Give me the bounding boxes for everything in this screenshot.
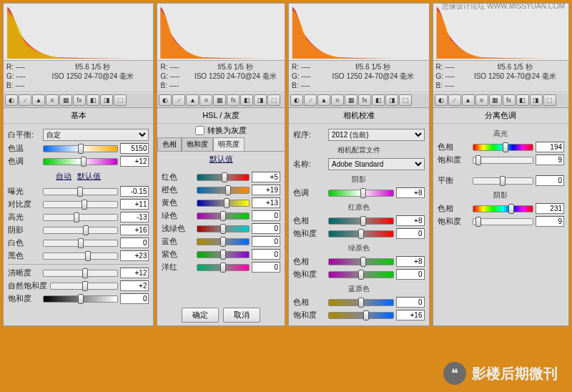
tool-icon[interactable]: ◨ bbox=[530, 94, 543, 106]
tint-slider[interactable] bbox=[43, 158, 118, 165]
process-select[interactable]: 2012 (当前) bbox=[328, 129, 425, 141]
white-value[interactable]: 0 bbox=[120, 237, 149, 248]
histogram[interactable] bbox=[4, 4, 153, 61]
tool-icon[interactable]: ⬚ bbox=[267, 94, 280, 106]
b-sat-value[interactable]: +16 bbox=[396, 310, 425, 320]
tool-icon[interactable]: ⟋ bbox=[448, 94, 461, 106]
black-value[interactable]: +23 bbox=[120, 250, 149, 261]
tool-icon[interactable]: ⬚ bbox=[543, 94, 556, 106]
tool-8-icon[interactable]: ◨ bbox=[100, 94, 113, 106]
tab-sat[interactable]: 饱和度 bbox=[182, 137, 213, 151]
tool-icon[interactable]: fx bbox=[358, 94, 371, 106]
tool-icon[interactable]: ◨ bbox=[254, 94, 267, 106]
r-hue-slider[interactable] bbox=[328, 217, 394, 225]
tool-icon[interactable]: fx bbox=[227, 94, 240, 106]
sh-hue-value[interactable]: 231 bbox=[536, 203, 564, 214]
wb-select[interactable]: 自定 bbox=[43, 129, 149, 141]
exp-slider[interactable] bbox=[43, 188, 118, 195]
tool-icon[interactable]: ◐ bbox=[435, 94, 448, 106]
purple-value[interactable]: 0 bbox=[252, 249, 280, 260]
orange-slider[interactable] bbox=[197, 187, 250, 194]
blue-slider[interactable] bbox=[197, 238, 250, 245]
sh-hue-slider[interactable] bbox=[473, 205, 534, 212]
g-sat-value[interactable]: 0 bbox=[396, 269, 425, 280]
tool-icon[interactable]: ▲ bbox=[317, 94, 330, 106]
red-slider[interactable] bbox=[197, 174, 250, 181]
high-value[interactable]: -13 bbox=[120, 212, 149, 222]
yellow-value[interactable]: +13 bbox=[252, 197, 280, 208]
b-hue-value[interactable]: 0 bbox=[396, 297, 425, 308]
sh-tint-slider[interactable] bbox=[328, 190, 394, 197]
shadow-slider[interactable] bbox=[43, 227, 118, 234]
default-link[interactable]: 默认值 bbox=[209, 155, 233, 163]
exp-value[interactable]: -0.15 bbox=[120, 186, 149, 197]
g-hue-slider[interactable] bbox=[328, 258, 394, 265]
contr-value[interactable]: +11 bbox=[120, 199, 149, 210]
green-value[interactable]: 0 bbox=[252, 210, 280, 221]
bal-value[interactable]: 0 bbox=[536, 175, 564, 186]
b-hue-slider[interactable] bbox=[328, 299, 394, 306]
green-slider[interactable] bbox=[197, 212, 250, 220]
temp-slider[interactable] bbox=[43, 145, 118, 152]
auto-link[interactable]: 自动 bbox=[56, 172, 72, 180]
g-hue-value[interactable]: +8 bbox=[396, 256, 425, 267]
white-slider[interactable] bbox=[43, 240, 118, 247]
tool-icon[interactable]: ⬚ bbox=[399, 94, 412, 106]
magenta-slider[interactable] bbox=[197, 264, 250, 271]
tool-icon[interactable]: ◧ bbox=[372, 94, 385, 106]
tool-icon[interactable]: ◐ bbox=[290, 94, 303, 106]
r-hue-value[interactable]: +8 bbox=[396, 215, 425, 226]
sat-value[interactable]: 0 bbox=[120, 293, 149, 304]
default-link[interactable]: 默认值 bbox=[77, 172, 101, 180]
clar-value[interactable]: +12 bbox=[120, 268, 149, 278]
tool-icon[interactable]: ◧ bbox=[240, 94, 253, 106]
aqua-slider[interactable] bbox=[197, 225, 250, 232]
vib-slider[interactable] bbox=[50, 283, 118, 290]
tool-icon[interactable]: ▲ bbox=[186, 94, 199, 106]
clar-slider[interactable] bbox=[43, 270, 118, 277]
sat-slider[interactable] bbox=[43, 295, 118, 303]
tool-7-icon[interactable]: ◧ bbox=[87, 94, 99, 106]
tool-icon[interactable]: ≡ bbox=[331, 94, 344, 106]
tool-icon[interactable]: fx bbox=[503, 94, 516, 106]
tool-9-icon[interactable]: ⬚ bbox=[114, 94, 127, 106]
hi-hue-value[interactable]: 194 bbox=[536, 142, 564, 152]
hi-sat-value[interactable]: 9 bbox=[536, 155, 564, 165]
tool-icon[interactable]: ≡ bbox=[475, 94, 488, 106]
tint-value[interactable]: +12 bbox=[120, 156, 149, 167]
sh-sat-value[interactable]: 9 bbox=[536, 216, 564, 227]
purple-slider[interactable] bbox=[197, 251, 250, 258]
tool-icon[interactable]: ⟋ bbox=[172, 94, 185, 106]
cancel-button[interactable]: 取消 bbox=[223, 308, 260, 323]
tool-icon[interactable]: ▦ bbox=[213, 94, 226, 106]
tab-hue[interactable]: 色相 bbox=[157, 137, 182, 151]
sh-sat-slider[interactable] bbox=[473, 218, 534, 225]
tool-icon[interactable]: ⟋ bbox=[304, 94, 317, 106]
bal-slider[interactable] bbox=[473, 177, 534, 185]
b-sat-slider[interactable] bbox=[328, 312, 394, 319]
tool-1-icon[interactable]: ◐ bbox=[5, 94, 18, 106]
r-sat-value[interactable]: 0 bbox=[396, 228, 425, 239]
tool-icon[interactable]: ◐ bbox=[159, 94, 172, 106]
histogram[interactable] bbox=[433, 4, 569, 61]
black-slider[interactable] bbox=[43, 253, 118, 260]
high-slider[interactable] bbox=[43, 214, 118, 221]
tool-icon[interactable]: ▦ bbox=[345, 94, 358, 106]
magenta-value[interactable]: 0 bbox=[252, 262, 280, 273]
yellow-slider[interactable] bbox=[197, 200, 250, 207]
sh-tint-value[interactable]: +8 bbox=[396, 187, 425, 198]
shadow-value[interactable]: +16 bbox=[120, 225, 149, 235]
contr-slider[interactable] bbox=[43, 201, 118, 208]
tool-4-icon[interactable]: ≡ bbox=[46, 94, 59, 106]
tool-icon[interactable]: ▦ bbox=[489, 94, 502, 106]
hi-hue-slider[interactable] bbox=[473, 144, 534, 151]
grayscale-checkbox[interactable] bbox=[195, 126, 204, 135]
histogram[interactable] bbox=[289, 4, 429, 61]
tool-icon[interactable]: ≡ bbox=[199, 94, 212, 106]
histogram[interactable] bbox=[157, 4, 285, 61]
tab-lum[interactable]: 明亮度 bbox=[213, 137, 245, 151]
tool-icon[interactable]: ◧ bbox=[516, 94, 529, 106]
red-value[interactable]: +5 bbox=[252, 172, 280, 182]
orange-value[interactable]: +19 bbox=[252, 185, 280, 195]
tool-2-icon[interactable]: ⟋ bbox=[19, 94, 31, 106]
